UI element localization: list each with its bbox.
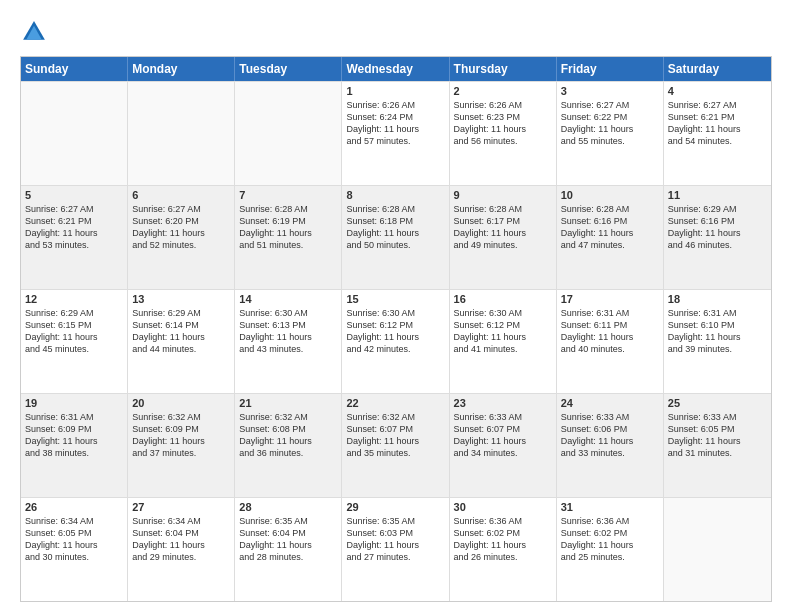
cell-info-line: Daylight: 11 hours xyxy=(454,123,552,135)
cell-info-line: Sunrise: 6:30 AM xyxy=(346,307,444,319)
calendar-row-0: 1Sunrise: 6:26 AMSunset: 6:24 PMDaylight… xyxy=(21,81,771,185)
header-cell-wednesday: Wednesday xyxy=(342,57,449,81)
cell-info-line: Sunset: 6:05 PM xyxy=(25,527,123,539)
day-number: 10 xyxy=(561,189,659,201)
calendar-cell: 2Sunrise: 6:26 AMSunset: 6:23 PMDaylight… xyxy=(450,82,557,185)
cell-info-line: and 34 minutes. xyxy=(454,447,552,459)
calendar-cell xyxy=(235,82,342,185)
cell-info-line: Sunrise: 6:30 AM xyxy=(454,307,552,319)
cell-info-line: Sunset: 6:02 PM xyxy=(561,527,659,539)
cell-info-line: Sunrise: 6:36 AM xyxy=(454,515,552,527)
cell-info-line: Daylight: 11 hours xyxy=(668,331,767,343)
day-number: 11 xyxy=(668,189,767,201)
day-number: 28 xyxy=(239,501,337,513)
logo xyxy=(20,18,52,46)
cell-info-line: Daylight: 11 hours xyxy=(454,227,552,239)
cell-info-line: Sunrise: 6:27 AM xyxy=(132,203,230,215)
cell-info-line: and 46 minutes. xyxy=(668,239,767,251)
cell-info-line: and 28 minutes. xyxy=(239,551,337,563)
calendar-cell: 16Sunrise: 6:30 AMSunset: 6:12 PMDayligh… xyxy=(450,290,557,393)
cell-info-line: Sunset: 6:11 PM xyxy=(561,319,659,331)
calendar-cell: 21Sunrise: 6:32 AMSunset: 6:08 PMDayligh… xyxy=(235,394,342,497)
calendar-cell: 25Sunrise: 6:33 AMSunset: 6:05 PMDayligh… xyxy=(664,394,771,497)
header-cell-tuesday: Tuesday xyxy=(235,57,342,81)
header-cell-sunday: Sunday xyxy=(21,57,128,81)
cell-info-line: and 57 minutes. xyxy=(346,135,444,147)
cell-info-line: and 30 minutes. xyxy=(25,551,123,563)
cell-info-line: Daylight: 11 hours xyxy=(132,227,230,239)
cell-info-line: Sunrise: 6:34 AM xyxy=(25,515,123,527)
cell-info-line: Sunset: 6:17 PM xyxy=(454,215,552,227)
cell-info-line: Daylight: 11 hours xyxy=(346,331,444,343)
cell-info-line: Sunrise: 6:29 AM xyxy=(132,307,230,319)
cell-info-line: Sunset: 6:02 PM xyxy=(454,527,552,539)
cell-info-line: Sunrise: 6:34 AM xyxy=(132,515,230,527)
cell-info-line: Daylight: 11 hours xyxy=(25,435,123,447)
calendar-cell: 29Sunrise: 6:35 AMSunset: 6:03 PMDayligh… xyxy=(342,498,449,601)
header-cell-monday: Monday xyxy=(128,57,235,81)
cell-info-line: Sunset: 6:18 PM xyxy=(346,215,444,227)
calendar-cell: 27Sunrise: 6:34 AMSunset: 6:04 PMDayligh… xyxy=(128,498,235,601)
cell-info-line: and 45 minutes. xyxy=(25,343,123,355)
cell-info-line: Sunset: 6:08 PM xyxy=(239,423,337,435)
calendar-cell: 12Sunrise: 6:29 AMSunset: 6:15 PMDayligh… xyxy=(21,290,128,393)
calendar-cell: 7Sunrise: 6:28 AMSunset: 6:19 PMDaylight… xyxy=(235,186,342,289)
calendar-cell: 24Sunrise: 6:33 AMSunset: 6:06 PMDayligh… xyxy=(557,394,664,497)
cell-info-line: Sunset: 6:10 PM xyxy=(668,319,767,331)
cell-info-line: and 51 minutes. xyxy=(239,239,337,251)
day-number: 29 xyxy=(346,501,444,513)
cell-info-line: Daylight: 11 hours xyxy=(132,331,230,343)
cell-info-line: Sunset: 6:24 PM xyxy=(346,111,444,123)
cell-info-line: Sunrise: 6:27 AM xyxy=(561,99,659,111)
calendar-cell xyxy=(664,498,771,601)
cell-info-line: and 37 minutes. xyxy=(132,447,230,459)
day-number: 7 xyxy=(239,189,337,201)
calendar-cell: 15Sunrise: 6:30 AMSunset: 6:12 PMDayligh… xyxy=(342,290,449,393)
cell-info-line: Daylight: 11 hours xyxy=(561,227,659,239)
cell-info-line: Sunrise: 6:31 AM xyxy=(25,411,123,423)
cell-info-line: Sunset: 6:15 PM xyxy=(25,319,123,331)
calendar-cell: 8Sunrise: 6:28 AMSunset: 6:18 PMDaylight… xyxy=(342,186,449,289)
cell-info-line: and 27 minutes. xyxy=(346,551,444,563)
calendar-row-1: 5Sunrise: 6:27 AMSunset: 6:21 PMDaylight… xyxy=(21,185,771,289)
calendar-row-4: 26Sunrise: 6:34 AMSunset: 6:05 PMDayligh… xyxy=(21,497,771,601)
cell-info-line: Sunrise: 6:31 AM xyxy=(561,307,659,319)
cell-info-line: Sunrise: 6:31 AM xyxy=(668,307,767,319)
cell-info-line: Sunset: 6:07 PM xyxy=(454,423,552,435)
calendar-cell: 23Sunrise: 6:33 AMSunset: 6:07 PMDayligh… xyxy=(450,394,557,497)
day-number: 4 xyxy=(668,85,767,97)
cell-info-line: Sunset: 6:20 PM xyxy=(132,215,230,227)
calendar: SundayMondayTuesdayWednesdayThursdayFrid… xyxy=(20,56,772,602)
cell-info-line: and 33 minutes. xyxy=(561,447,659,459)
cell-info-line: and 55 minutes. xyxy=(561,135,659,147)
day-number: 8 xyxy=(346,189,444,201)
cell-info-line: Daylight: 11 hours xyxy=(25,331,123,343)
cell-info-line: Sunrise: 6:35 AM xyxy=(346,515,444,527)
header xyxy=(20,18,772,46)
cell-info-line: and 54 minutes. xyxy=(668,135,767,147)
cell-info-line: and 39 minutes. xyxy=(668,343,767,355)
calendar-cell xyxy=(21,82,128,185)
cell-info-line: Daylight: 11 hours xyxy=(561,539,659,551)
cell-info-line: Sunset: 6:13 PM xyxy=(239,319,337,331)
cell-info-line: Sunset: 6:04 PM xyxy=(239,527,337,539)
calendar-cell: 19Sunrise: 6:31 AMSunset: 6:09 PMDayligh… xyxy=(21,394,128,497)
day-number: 3 xyxy=(561,85,659,97)
logo-icon xyxy=(20,18,48,46)
cell-info-line: Daylight: 11 hours xyxy=(25,539,123,551)
cell-info-line: and 35 minutes. xyxy=(346,447,444,459)
cell-info-line: Daylight: 11 hours xyxy=(239,435,337,447)
cell-info-line: and 50 minutes. xyxy=(346,239,444,251)
calendar-cell: 26Sunrise: 6:34 AMSunset: 6:05 PMDayligh… xyxy=(21,498,128,601)
cell-info-line: Sunset: 6:21 PM xyxy=(668,111,767,123)
day-number: 16 xyxy=(454,293,552,305)
calendar-cell: 1Sunrise: 6:26 AMSunset: 6:24 PMDaylight… xyxy=(342,82,449,185)
day-number: 14 xyxy=(239,293,337,305)
header-cell-saturday: Saturday xyxy=(664,57,771,81)
calendar-cell: 14Sunrise: 6:30 AMSunset: 6:13 PMDayligh… xyxy=(235,290,342,393)
day-number: 17 xyxy=(561,293,659,305)
cell-info-line: Sunset: 6:12 PM xyxy=(346,319,444,331)
calendar-cell: 31Sunrise: 6:36 AMSunset: 6:02 PMDayligh… xyxy=(557,498,664,601)
cell-info-line: Sunset: 6:12 PM xyxy=(454,319,552,331)
cell-info-line: Daylight: 11 hours xyxy=(239,227,337,239)
